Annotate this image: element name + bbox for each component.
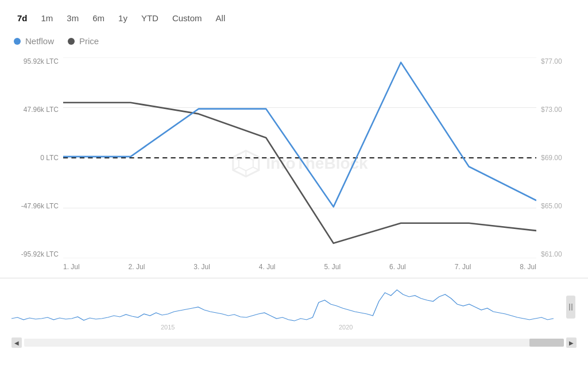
scroll-track[interactable] xyxy=(24,339,564,347)
y-axis-left: 95.92k LTC 47.96k LTC 0 LTC -47.96k LTC … xyxy=(11,57,63,275)
netflow-line xyxy=(63,63,536,207)
y-left-2: 0 LTC xyxy=(11,154,63,162)
x-label-1: 2. Jul xyxy=(129,263,145,271)
y-left-0: 95.92k LTC xyxy=(11,57,63,65)
x-label-5: 6. Jul xyxy=(389,263,406,271)
btn-3m[interactable]: 3m xyxy=(61,10,84,26)
btn-1y[interactable]: 1y xyxy=(113,10,133,26)
y-left-1: 47.96k LTC xyxy=(11,106,63,114)
y-right-3: $65.00 xyxy=(536,202,577,210)
mini-label-2015: 2015 xyxy=(161,324,175,331)
scroll-thumb[interactable] xyxy=(529,339,564,347)
y-left-3: -47.96k LTC xyxy=(11,202,63,210)
chart-legend: Netflow Price xyxy=(11,36,577,46)
scroll-left-arrow[interactable]: ◀ xyxy=(11,337,22,348)
btn-1m[interactable]: 1m xyxy=(36,10,59,26)
y-axis-right: $77.00 $73.00 $69.00 $65.00 $61.00 xyxy=(536,57,577,275)
btn-ytd[interactable]: YTD xyxy=(136,10,164,26)
x-axis: 1. Jul 2. Jul 3. Jul 4. Jul 5. Jul 6. Ju… xyxy=(63,258,536,275)
legend-price: Price xyxy=(68,36,99,46)
x-label-4: 5. Jul xyxy=(324,263,341,271)
x-label-6: 7. Jul xyxy=(455,263,471,271)
btn-all[interactable]: All xyxy=(210,10,231,26)
main-chart: 95.92k LTC 47.96k LTC 0 LTC -47.96k LTC … xyxy=(11,57,577,275)
y-right-4: $61.00 xyxy=(536,250,577,258)
y-right-2: $69.00 xyxy=(536,154,577,162)
btn-custom[interactable]: Custom xyxy=(167,10,208,26)
price-line xyxy=(63,103,536,243)
y-right-1: $73.00 xyxy=(536,106,577,114)
mini-chart-line xyxy=(11,290,554,321)
price-dot xyxy=(68,38,75,45)
scrollbar: ◀ ▶ xyxy=(0,335,588,350)
btn-6m[interactable]: 6m xyxy=(87,10,110,26)
y-left-4: -95.92k LTC xyxy=(11,250,63,258)
netflow-dot xyxy=(14,38,21,45)
time-range-buttons: 7d 1m 3m 6m 1y YTD Custom All xyxy=(11,10,577,26)
mini-label-2020: 2020 xyxy=(339,324,353,331)
mini-chart-svg xyxy=(11,284,554,330)
scroll-right-arrow[interactable]: ▶ xyxy=(566,337,577,348)
legend-netflow-label: Netflow xyxy=(25,36,54,46)
x-label-3: 4. Jul xyxy=(259,263,276,271)
legend-netflow: Netflow xyxy=(14,36,54,46)
x-label-7: 8. Jul xyxy=(520,263,536,271)
chart-svg xyxy=(63,57,536,258)
mini-chart-container: 2015 2020 xyxy=(0,278,588,335)
legend-price-label: Price xyxy=(79,36,99,46)
y-right-0: $77.00 xyxy=(536,57,577,65)
x-label-0: 1. Jul xyxy=(63,263,80,271)
btn-7d[interactable]: 7d xyxy=(11,10,33,26)
scroll-handle-icon xyxy=(568,302,574,312)
chart-plot-area: IntoTheBlock xyxy=(63,57,536,275)
x-label-2: 3. Jul xyxy=(194,263,210,271)
scroll-handle-right[interactable] xyxy=(566,296,575,319)
